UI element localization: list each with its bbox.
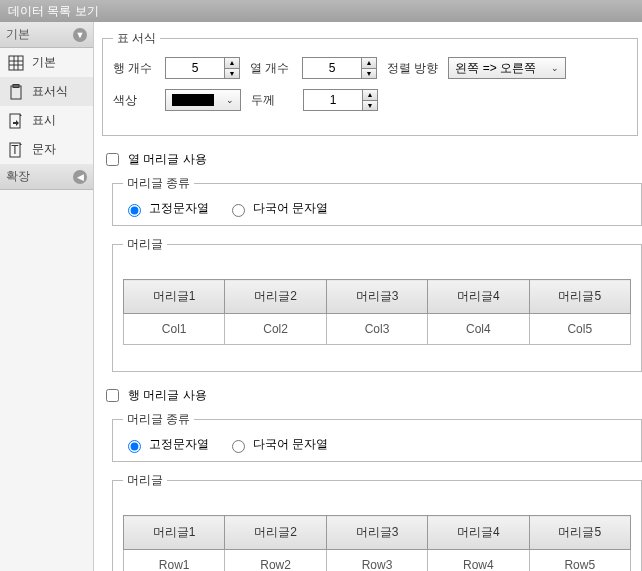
chevron-down-icon: ⌄	[551, 63, 559, 73]
thickness-spinner[interactable]: ▲▼	[303, 89, 378, 111]
svg-rect-0	[9, 56, 23, 70]
grid-header-cell[interactable]: 머리글5	[529, 516, 630, 550]
row-header-type-fixed-radio[interactable]: 고정문자열	[123, 436, 209, 453]
grid-header-cell[interactable]: 머리글1	[124, 280, 225, 314]
spinner-down-icon[interactable]: ▼	[225, 69, 239, 79]
window-title: 데이터 목록 보기	[8, 4, 99, 18]
spinner-up-icon[interactable]: ▲	[363, 90, 377, 101]
svg-rect-6	[13, 84, 19, 87]
table-format-legend: 표 서식	[113, 30, 160, 47]
grid-header-cell[interactable]: 머리글4	[428, 280, 529, 314]
clipboard-icon	[8, 84, 24, 100]
col-header-type-group: 머리글 종류 고정문자열 다국어 문자열	[112, 175, 642, 226]
spinner-down-icon[interactable]: ▼	[362, 69, 376, 79]
grid-value-cell[interactable]: Col2	[225, 314, 326, 345]
radio-input[interactable]	[128, 440, 141, 453]
table-row: Row1 Row2 Row3 Row4 Row5	[124, 550, 631, 572]
row-count-input[interactable]	[166, 58, 224, 78]
radio-label: 고정문자열	[149, 436, 209, 453]
grid-icon	[8, 55, 24, 71]
color-label: 색상	[113, 92, 155, 109]
align-select[interactable]: 왼쪽 => 오른쪽 ⌄	[448, 57, 566, 79]
col-header-grid-legend: 머리글	[123, 236, 167, 253]
row-header-use-label: 행 머리글 사용	[128, 387, 207, 404]
row-header-type-multi-radio[interactable]: 다국어 문자열	[227, 436, 328, 453]
thickness-input[interactable]	[304, 90, 362, 110]
col-header-grid: 머리글1 머리글2 머리글3 머리글4 머리글5 Col1 Col2 Col3 …	[123, 279, 631, 345]
content-panel: 표 서식 행 개수 ▲▼ 열 개수 ▲▼ 정렬 방향 왼쪽 => 오른쪽 ⌄	[94, 22, 642, 571]
row-header-grid-legend: 머리글	[123, 472, 167, 489]
spinner-down-icon[interactable]: ▼	[363, 101, 377, 111]
grid-value-cell[interactable]: Col1	[124, 314, 225, 345]
sidebar: 기본 ▼ 기본 표서식 표시 T 문자 확장	[0, 22, 94, 571]
sidebar-item-label: 기본	[32, 54, 56, 71]
thickness-label: 두께	[251, 92, 293, 109]
radio-label: 고정문자열	[149, 200, 209, 217]
svg-rect-7	[10, 114, 20, 128]
grid-header-cell[interactable]: 머리글3	[326, 516, 427, 550]
expand-icon[interactable]: ◀	[73, 170, 87, 184]
row-header-type-group: 머리글 종류 고정문자열 다국어 문자열	[112, 411, 642, 462]
row-header-type-legend: 머리글 종류	[123, 411, 194, 428]
color-picker[interactable]: ⌄	[165, 89, 241, 111]
chevron-down-icon: ⌄	[226, 95, 234, 105]
grid-value-cell[interactable]: Col5	[529, 314, 630, 345]
sidebar-item-label: 문자	[32, 141, 56, 158]
table-row: 머리글1 머리글2 머리글3 머리글4 머리글5	[124, 516, 631, 550]
row-header-grid: 머리글1 머리글2 머리글3 머리글4 머리글5 Row1 Row2 Row3 …	[123, 515, 631, 571]
sidebar-section-extend-title: 확장	[6, 168, 30, 185]
table-row: Col1 Col2 Col3 Col4 Col5	[124, 314, 631, 345]
col-header-type-legend: 머리글 종류	[123, 175, 194, 192]
sidebar-item-text[interactable]: T 문자	[0, 135, 93, 164]
radio-input[interactable]	[128, 204, 141, 217]
col-header-type-fixed-radio[interactable]: 고정문자열	[123, 200, 209, 217]
spinner-up-icon[interactable]: ▲	[362, 58, 376, 69]
grid-header-cell[interactable]: 머리글2	[225, 516, 326, 550]
col-count-spinner[interactable]: ▲▼	[302, 57, 377, 79]
grid-header-cell[interactable]: 머리글2	[225, 280, 326, 314]
svg-text:T: T	[11, 143, 19, 157]
sidebar-item-label: 표서식	[32, 83, 68, 100]
sidebar-section-extend-header[interactable]: 확장 ◀	[0, 164, 93, 190]
sidebar-item-basic[interactable]: 기본	[0, 48, 93, 77]
page-t-icon: T	[8, 142, 24, 158]
sidebar-section-basic-title: 기본	[6, 26, 30, 43]
col-header-use-label: 열 머리글 사용	[128, 151, 207, 168]
radio-label: 다국어 문자열	[253, 436, 328, 453]
grid-value-cell[interactable]: Col3	[326, 314, 427, 345]
grid-header-cell[interactable]: 머리글5	[529, 280, 630, 314]
table-row: 머리글1 머리글2 머리글3 머리글4 머리글5	[124, 280, 631, 314]
col-header-use-checkbox[interactable]	[106, 153, 119, 166]
row-count-spinner[interactable]: ▲▼	[165, 57, 240, 79]
sidebar-section-basic-header[interactable]: 기본 ▼	[0, 22, 93, 48]
grid-header-cell[interactable]: 머리글3	[326, 280, 427, 314]
col-count-label: 열 개수	[250, 60, 292, 77]
radio-label: 다국어 문자열	[253, 200, 328, 217]
grid-value-cell[interactable]: Row1	[124, 550, 225, 572]
col-count-input[interactable]	[303, 58, 361, 78]
collapse-icon[interactable]: ▼	[73, 28, 87, 42]
align-label: 정렬 방향	[387, 60, 438, 77]
page-arrow-icon	[8, 113, 24, 129]
grid-value-cell[interactable]: Row5	[529, 550, 630, 572]
sidebar-item-table-format[interactable]: 표서식	[0, 77, 93, 106]
col-header-type-multi-radio[interactable]: 다국어 문자열	[227, 200, 328, 217]
row-header-grid-group: 머리글 머리글1 머리글2 머리글3 머리글4 머리글5 Row1 Row2 R…	[112, 472, 642, 571]
grid-value-cell[interactable]: Col4	[428, 314, 529, 345]
table-format-group: 표 서식 행 개수 ▲▼ 열 개수 ▲▼ 정렬 방향 왼쪽 => 오른쪽 ⌄	[102, 30, 638, 136]
radio-input[interactable]	[232, 204, 245, 217]
sidebar-item-display[interactable]: 표시	[0, 106, 93, 135]
col-header-grid-group: 머리글 머리글1 머리글2 머리글3 머리글4 머리글5 Col1 Col2 C…	[112, 236, 642, 372]
row-header-use-checkbox[interactable]	[106, 389, 119, 402]
grid-value-cell[interactable]: Row3	[326, 550, 427, 572]
window-titlebar: 데이터 목록 보기	[0, 0, 642, 22]
grid-value-cell[interactable]: Row4	[428, 550, 529, 572]
spinner-up-icon[interactable]: ▲	[225, 58, 239, 69]
color-swatch	[172, 94, 214, 106]
grid-header-cell[interactable]: 머리글1	[124, 516, 225, 550]
grid-header-cell[interactable]: 머리글4	[428, 516, 529, 550]
align-select-value: 왼쪽 => 오른쪽	[455, 60, 536, 77]
grid-value-cell[interactable]: Row2	[225, 550, 326, 572]
radio-input[interactable]	[232, 440, 245, 453]
row-count-label: 행 개수	[113, 60, 155, 77]
